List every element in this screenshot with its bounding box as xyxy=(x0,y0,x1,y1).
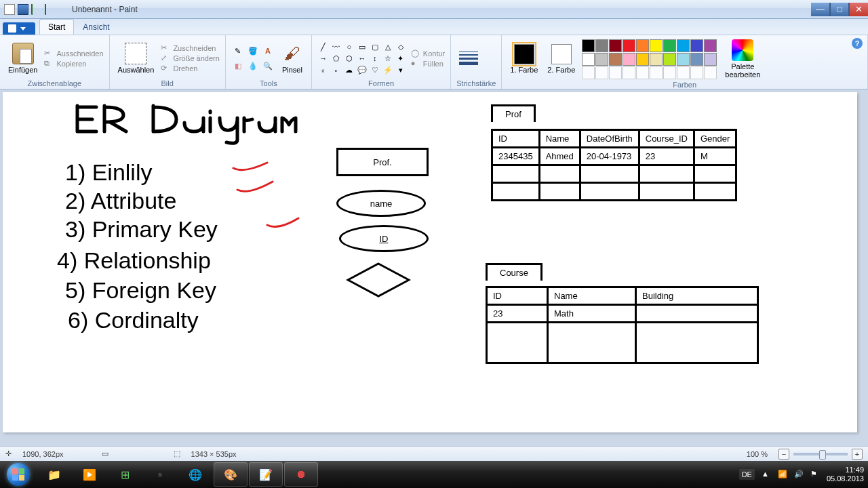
color-swatch-empty[interactable] xyxy=(595,66,608,79)
tray-network-icon[interactable]: 📶 xyxy=(778,470,787,479)
fuellen-button[interactable]: ●Füllen xyxy=(411,59,445,68)
tray-volume-icon[interactable]: 🔊 xyxy=(794,470,804,479)
tab-ansicht[interactable]: Ansicht xyxy=(74,19,118,35)
zuschneiden-button[interactable]: ✂Zuschneiden xyxy=(161,43,219,53)
color-swatch[interactable] xyxy=(704,53,717,66)
group-label-tools: Tools xyxy=(231,79,306,87)
brush-icon: 🖌 xyxy=(281,43,303,64)
color-swatch-empty[interactable] xyxy=(650,66,663,79)
taskbar-chrome[interactable]: 🌐 xyxy=(178,462,212,487)
text-tool[interactable]: A xyxy=(261,44,275,58)
color-swatch[interactable] xyxy=(609,53,622,66)
prof-th-gender: Gender xyxy=(694,130,736,148)
kontur-button[interactable]: ◯Kontur xyxy=(411,49,445,58)
taskbar-recorder[interactable]: ⏺ xyxy=(284,462,318,487)
zoom-out-button[interactable]: − xyxy=(778,449,789,460)
color-swatch-empty[interactable] xyxy=(623,66,635,79)
maximize-button[interactable]: □ xyxy=(830,3,849,16)
svg-text:2) Attribute: 2) Attribute xyxy=(65,188,176,214)
help-button[interactable]: ? xyxy=(852,38,863,49)
color2-swatch xyxy=(551,44,572,64)
auswaehlen-button[interactable]: Auswählen xyxy=(115,41,157,75)
start-button[interactable] xyxy=(0,461,37,488)
taskbar-notes[interactable]: 📝 xyxy=(249,462,283,487)
zoom-slider[interactable] xyxy=(793,453,848,455)
picker-tool[interactable]: 💧 xyxy=(246,59,260,73)
pencil-tool[interactable]: ✎ xyxy=(231,44,245,58)
color-swatch[interactable] xyxy=(690,53,703,66)
resize-icon: ⤢ xyxy=(161,54,170,63)
tray-language[interactable]: DE xyxy=(739,469,755,480)
canvas[interactable]: 1) Einlily 2) Attribute 3) Primary Key 4… xyxy=(3,92,857,432)
color-swatch-empty[interactable] xyxy=(636,66,649,79)
drehen-button[interactable]: ⟳Drehen xyxy=(161,64,219,73)
file-menu-button[interactable] xyxy=(3,22,35,35)
taskbar-terminal[interactable]: ▪️ xyxy=(143,462,177,487)
color-swatch-empty[interactable] xyxy=(609,66,622,79)
color-swatch[interactable] xyxy=(663,39,676,52)
strichstaerke-button[interactable] xyxy=(456,50,481,66)
pinsel-button[interactable]: 🖌 Pinsel xyxy=(279,41,306,75)
tray-action-icon[interactable]: ⚑ xyxy=(810,470,820,479)
save-icon[interactable] xyxy=(18,4,28,15)
svg-marker-6 xyxy=(348,264,409,296)
fill-tool[interactable]: 🪣 xyxy=(246,44,260,58)
color-swatch[interactable] xyxy=(582,53,595,66)
magnifier-tool[interactable]: 🔍 xyxy=(261,59,275,73)
color-swatch[interactable] xyxy=(677,39,690,52)
ellipse-id-label: ID xyxy=(380,234,389,244)
zoom-in-button[interactable]: + xyxy=(852,449,863,460)
ellipse-name-label: name xyxy=(370,199,393,209)
fill-icon: ● xyxy=(411,59,420,68)
pinsel-label: Pinsel xyxy=(282,66,302,74)
group-label-formen: Formen xyxy=(317,79,445,87)
relationship-diamond xyxy=(346,262,411,298)
course-td-id: 23 xyxy=(487,305,548,323)
taskbar-app1[interactable]: ⊞ xyxy=(108,462,142,487)
color-swatch[interactable] xyxy=(595,53,608,66)
color-swatch[interactable] xyxy=(623,39,635,52)
farbe2-button[interactable]: 2. Farbe xyxy=(545,43,578,75)
color-swatch[interactable] xyxy=(636,53,649,66)
color-swatch-empty[interactable] xyxy=(704,66,717,79)
groesse-button[interactable]: ⤢Größe ändern xyxy=(161,54,219,63)
einfuegen-button[interactable]: Einfügen xyxy=(5,41,40,75)
minimize-button[interactable]: — xyxy=(811,3,830,16)
shape-gallery[interactable]: ╱〰○▭▢△◇ →⬠⬡↔↕☆✦ ⬨⬩☁💬♡⚡▾ xyxy=(317,41,407,75)
kopieren-button[interactable]: ⧉Kopieren xyxy=(44,59,103,68)
color-swatch[interactable] xyxy=(623,53,635,66)
color-swatch[interactable] xyxy=(636,39,649,52)
color-swatch[interactable] xyxy=(704,39,717,52)
color-swatch[interactable] xyxy=(677,53,690,66)
color-swatch[interactable] xyxy=(650,53,663,66)
tool-grid: ✎ 🪣 A ◧ 💧 🔍 xyxy=(231,44,275,73)
eraser-tool[interactable]: ◧ xyxy=(231,59,245,73)
color-swatch-empty[interactable] xyxy=(582,66,595,79)
course-th-building: Building xyxy=(636,287,758,305)
tray-flag-icon[interactable]: ▲ xyxy=(762,470,771,479)
taskbar-media[interactable]: ▶️ xyxy=(73,462,106,487)
course-th-name: Name xyxy=(548,287,636,305)
taskbar-paint[interactable]: 🎨 xyxy=(214,462,248,487)
tab-start[interactable]: Start xyxy=(39,19,74,35)
redo-icon[interactable] xyxy=(45,4,56,15)
undo-icon[interactable] xyxy=(31,4,42,15)
farbe1-button[interactable]: 1. Farbe xyxy=(507,43,540,75)
color-swatch[interactable] xyxy=(650,39,663,52)
color-swatch-empty[interactable] xyxy=(663,66,676,79)
color-swatch[interactable] xyxy=(582,39,595,52)
prof-th-course: Course_ID xyxy=(639,130,694,148)
attribute-ellipse-id: ID xyxy=(339,225,429,252)
ausschneiden-button[interactable]: ✂Ausschneiden xyxy=(44,49,103,58)
color-swatch-empty[interactable] xyxy=(677,66,690,79)
close-button[interactable]: ✕ xyxy=(849,3,868,16)
color-swatch[interactable] xyxy=(609,39,622,52)
palette-bearbeiten-button[interactable]: Palette bearbeiten xyxy=(721,38,764,80)
tray-clock[interactable]: 11:49 05.08.2013 xyxy=(827,466,864,483)
color-palette[interactable] xyxy=(582,39,717,79)
color-swatch[interactable] xyxy=(663,53,676,66)
taskbar-explorer[interactable]: 📁 xyxy=(37,462,71,487)
color-swatch-empty[interactable] xyxy=(690,66,703,79)
color-swatch[interactable] xyxy=(690,39,703,52)
color-swatch[interactable] xyxy=(595,39,608,52)
